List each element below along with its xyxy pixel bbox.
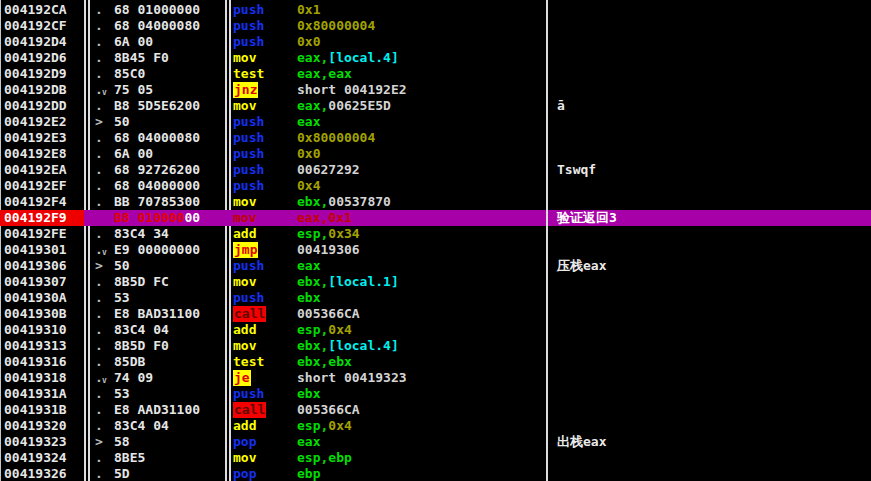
- opcode-bytes: 75 05: [114, 82, 153, 98]
- address: 004192D9: [4, 66, 67, 82]
- disasm-row[interactable]: 0041930B.E8 BAD31100call005366CA: [0, 306, 871, 322]
- opcode-bytes: 50: [114, 258, 130, 274]
- instruction-prefix: .: [95, 402, 103, 418]
- instruction-prefix: .: [95, 322, 103, 338]
- opcode-bytes: 83C4 04: [114, 418, 169, 434]
- operands: eax,eax: [297, 66, 352, 82]
- mnemonic: test: [233, 66, 264, 82]
- disasm-row-selected[interactable]: 004192F9B8 01000000moveax,0x1验证返回3: [0, 210, 871, 226]
- address: 004192D4: [4, 34, 67, 50]
- address: 00419306: [4, 258, 67, 274]
- opcode-bytes: E8 AAD31100: [114, 402, 200, 418]
- mnemonic: pop: [233, 434, 256, 450]
- instruction-prefix: .: [95, 354, 103, 370]
- mnemonic: test: [233, 354, 264, 370]
- instruction-prefix: .: [95, 18, 103, 34]
- operand-token: eax,: [297, 50, 328, 65]
- disasm-row[interactable]: 004192F4.BB 70785300movebx,00537870: [0, 194, 871, 210]
- operand-token: [local.4]: [328, 50, 398, 65]
- disasm-row[interactable]: 00419318.v74 09jeshort 00419323: [0, 370, 871, 386]
- jump-down-prefix: .v: [95, 82, 103, 98]
- disasm-row[interactable]: 00419310.83C4 04addesp,0x4: [0, 322, 871, 338]
- address: 00419326: [4, 466, 67, 481]
- opcode-bytes: 85DB: [114, 354, 145, 370]
- mnemonic: call: [233, 402, 266, 418]
- operands: 0x0: [297, 34, 320, 50]
- disasm-row[interactable]: 004192DD.B8 5D5E6200moveax,00625E5Dā: [0, 98, 871, 114]
- operand-token: esp,: [297, 322, 328, 337]
- disasm-row[interactable]: 004192DB.v75 05jnzshort 004192E2: [0, 82, 871, 98]
- comment: 压栈eax: [557, 258, 606, 274]
- operand-token: 005366CA: [297, 306, 360, 321]
- address: 004192E8: [4, 146, 67, 162]
- instruction-prefix: .: [95, 66, 103, 82]
- mnemonic: add: [233, 226, 256, 242]
- address: 004192FE: [4, 226, 67, 242]
- disasm-row[interactable]: 00419324.8BE5movesp,ebp: [0, 450, 871, 466]
- disasm-row[interactable]: 00419323>58popeax出栈eax: [0, 434, 871, 450]
- operand-token: 0x4: [297, 178, 320, 193]
- disasm-row[interactable]: 00419313.8B5D F0movebx,[local.4]: [0, 338, 871, 354]
- disasm-row[interactable]: 00419306>50pusheax压栈eax: [0, 258, 871, 274]
- operands: 0x4: [297, 178, 320, 194]
- instruction-prefix: .: [95, 386, 103, 402]
- disasm-row[interactable]: 0041931B.E8 AAD31100call005366CA: [0, 402, 871, 418]
- disasm-row[interactable]: 004192FE.83C4 34addesp,0x34: [0, 226, 871, 242]
- disasm-row[interactable]: 00419307.8B5D FCmovebx,[local.1]: [0, 274, 871, 290]
- mnemonic: pop: [233, 466, 256, 481]
- mnemonic: mov: [233, 98, 256, 114]
- operand-token: 0x4: [328, 322, 351, 337]
- operand-token: 0x80000004: [297, 130, 375, 145]
- instruction-prefix: .: [95, 50, 103, 66]
- address: 0041930B: [4, 306, 67, 322]
- instruction-prefix: .: [95, 146, 103, 162]
- mnemonic: push: [233, 130, 264, 146]
- address: 00419324: [4, 450, 67, 466]
- disasm-row[interactable]: 004192D6.8B45 F0moveax,[local.4]: [0, 50, 871, 66]
- disasm-row[interactable]: 00419320.83C4 04addesp,0x4: [0, 418, 871, 434]
- comment: 验证返回3: [557, 210, 617, 226]
- address: 00419318: [4, 370, 67, 386]
- address: 004192E2: [4, 114, 67, 130]
- disasm-row[interactable]: 0041931A.53pushebx: [0, 386, 871, 402]
- operand-token: 0x0: [297, 34, 320, 49]
- opcode-bytes: 85C0: [114, 66, 145, 82]
- disasm-row[interactable]: 004192D4.6A 00push0x0: [0, 34, 871, 50]
- disasm-row[interactable]: 004192E2>50pusheax: [0, 114, 871, 130]
- opcode-bytes: 8BE5: [114, 450, 145, 466]
- instruction-prefix: .: [95, 418, 103, 434]
- operand-token: ebx,: [297, 194, 328, 209]
- operand-token: ebx,ebx: [297, 354, 352, 369]
- opcode-bytes: E8 BAD31100: [114, 306, 200, 322]
- disasm-row[interactable]: 004192EA.68 92726200push00627292Tswqf: [0, 162, 871, 178]
- disasm-row[interactable]: 004192E8.6A 00push0x0: [0, 146, 871, 162]
- opcode-bytes: 68 04000000: [114, 178, 200, 194]
- disasm-row[interactable]: 0041930A.53pushebx: [0, 290, 871, 306]
- mnemonic: push: [233, 258, 264, 274]
- opcode-bytes: 83C4 04: [114, 322, 169, 338]
- disasm-row[interactable]: 004192CA.68 01000000push0x1: [0, 2, 871, 18]
- disassembly-view: 004192CA.68 01000000push0x1004192CF.68 0…: [0, 0, 871, 481]
- disasm-row[interactable]: 004192EF.68 04000000push0x4: [0, 178, 871, 194]
- address: 00419310: [4, 322, 67, 338]
- operands: esp,ebp: [297, 450, 352, 466]
- operands: eax,00625E5D: [297, 98, 391, 114]
- disasm-row[interactable]: 004192CF.68 04000080push0x80000004: [0, 18, 871, 34]
- operand-token: eax: [297, 434, 320, 449]
- disasm-row[interactable]: 004192E3.68 04000080push0x80000004: [0, 130, 871, 146]
- instruction-prefix: .: [95, 194, 103, 210]
- mnemonic: mov: [233, 50, 256, 66]
- disasm-row[interactable]: 00419326.5Dpopebp: [0, 466, 871, 481]
- mnemonic: jmp: [233, 242, 258, 258]
- address: 00419323: [4, 434, 67, 450]
- instruction-prefix: .: [95, 450, 103, 466]
- mnemonic: call: [233, 306, 266, 322]
- disasm-row[interactable]: 004192D9.85C0testeax,eax: [0, 66, 871, 82]
- operand-token: short 004192E2: [297, 82, 407, 97]
- disasm-row[interactable]: 00419316.85DBtestebx,ebx: [0, 354, 871, 370]
- operand-token: 0x0: [297, 146, 320, 161]
- instruction-prefix: .: [95, 162, 103, 178]
- operand-token: 0x80000004: [297, 18, 375, 33]
- disasm-row[interactable]: 00419301.vE9 00000000jmp00419306: [0, 242, 871, 258]
- address: 00419316: [4, 354, 67, 370]
